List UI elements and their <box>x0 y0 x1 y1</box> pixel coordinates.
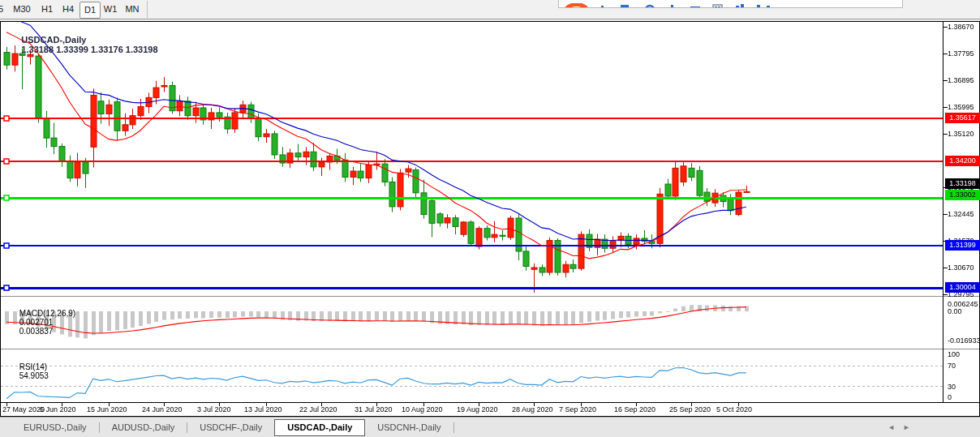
chart-window: USDCAD-,Daily 1.33188 1.33399 1.33176 1.… <box>0 21 980 417</box>
date-tick-label: 31 Jul 2020 <box>355 405 393 414</box>
price-chart-canvas[interactable] <box>1 22 979 416</box>
timeframe-button-mn[interactable]: MN <box>122 2 143 17</box>
timeframe-button-m30[interactable]: M30 <box>10 2 34 17</box>
price-tick-label: 1.36895 <box>948 75 980 85</box>
rsi-axis-label: 70 <box>948 361 980 371</box>
timeframe-button-w1[interactable]: W1 <box>101 2 120 17</box>
tab-usdchf-daily[interactable]: USDCHF-,Daily <box>187 420 274 435</box>
macd-name: MACD(12,26,9) <box>19 309 75 318</box>
tab-audusd-daily[interactable]: AUDUSD-,Daily <box>100 420 187 435</box>
price-tick-label: 1.38670 <box>948 22 980 32</box>
date-tick-label: 16 Sep 2020 <box>614 405 655 414</box>
rsi-value: 54.9053 <box>19 371 49 380</box>
rsi-axis-label: 100 <box>948 349 980 359</box>
price-level-badge: 1.31399 <box>945 240 980 251</box>
timeframe-button-d1[interactable]: D1 <box>80 2 101 19</box>
date-tick-label: 10 Aug 2020 <box>402 405 443 414</box>
rsi-axis-label: 0 <box>948 392 980 402</box>
date-tick-label: 25 Sep 2020 <box>669 405 711 414</box>
date-tick-label: 3 Jul 2020 <box>197 405 231 414</box>
symbol-tab-bar: EURUSD-,Daily AUDUSD-,Daily USDCHF-,Dail… <box>0 417 980 437</box>
price-level-badge: 1.34200 <box>945 156 980 166</box>
trading-terminal-window: 5 M30 H1 H4 D1 W1 MN USDCAD-,Daily 1.331… <box>0 0 980 437</box>
tab-divider <box>453 422 454 433</box>
date-tick-label: 27 May 2020 <box>2 405 45 414</box>
date-tick-label: 13 Jul 2020 <box>244 405 282 414</box>
chart-symbol-period: USDCAD-,Daily <box>21 35 86 45</box>
tab-usdcad-daily[interactable]: USDCAD-,Daily <box>274 419 365 436</box>
macd-indicator-label: MACD(12,26,9) 0.002701 0.003837 <box>6 300 75 345</box>
date-tick-label: 24 Jun 2020 <box>142 405 183 414</box>
tab-usdcnh-daily[interactable]: USDCNH-,Daily <box>365 420 453 435</box>
macd-axis-label: 0.00 <box>948 306 980 316</box>
date-tick-label: 5 Oct 2020 <box>716 405 752 414</box>
date-tick-label: 7 Sep 2020 <box>559 405 596 414</box>
tab-scroll-left-icon[interactable]: ◄ <box>888 423 903 431</box>
date-tick-label: 19 Aug 2020 <box>457 405 498 414</box>
tab-eurusd-daily[interactable]: EURUSD-,Daily <box>11 420 99 435</box>
price-tick-label: 1.30670 <box>948 263 980 272</box>
watermark-icons <box>559 3 902 8</box>
macd-signal-value: 0.003837 <box>19 327 54 336</box>
timeframe-button-h1[interactable]: H1 <box>37 2 57 17</box>
price-level-badge: 1.35617 <box>945 113 980 123</box>
price-level-badge: 1.33198 <box>945 178 980 189</box>
broker-watermark-toolbar <box>558 0 903 8</box>
date-tick-label: 5 Jun 2020 <box>40 405 76 414</box>
macd-main-value: 0.002701 <box>19 318 54 327</box>
date-tick-label: 28 Aug 2020 <box>512 405 553 414</box>
date-tick-label: 22 Jul 2020 <box>299 405 337 414</box>
price-tick-label: 1.35995 <box>948 102 980 112</box>
rsi-indicator-label: RSI(14) 54.9053 <box>6 353 49 389</box>
price-level-badge: 1.30004 <box>945 282 980 293</box>
price-tick-label: 1.35120 <box>948 129 980 139</box>
rsi-name: RSI(14) <box>19 362 47 371</box>
price-level-badge: 1.33002 <box>945 190 980 200</box>
price-tick-label: 1.37795 <box>948 49 980 58</box>
chart-title: USDCAD-,Daily 1.33188 1.33399 1.33176 1.… <box>6 25 158 64</box>
chart-ohlc-values: 1.33188 1.33399 1.33176 1.33198 <box>21 45 157 54</box>
date-tick-label: 15 Jun 2020 <box>87 405 127 414</box>
macd-axis-label: -0.016933 <box>948 336 980 345</box>
timeframe-button-m15-partial[interactable]: 5 <box>0 2 6 17</box>
price-tick-label: 1.32445 <box>948 209 980 219</box>
tab-scroll-arrows: ◄► <box>888 423 918 431</box>
tab-scroll-right-icon[interactable]: ► <box>903 423 918 431</box>
toolbar-separator <box>147 1 148 18</box>
timeframe-button-h4[interactable]: H4 <box>58 2 78 17</box>
rsi-axis-label: 30 <box>948 382 980 392</box>
